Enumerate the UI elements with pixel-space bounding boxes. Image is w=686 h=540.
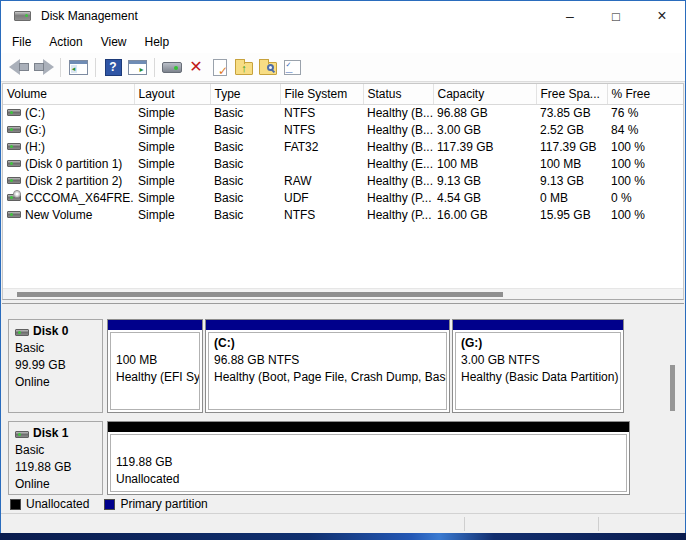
disk-1-label[interactable]: Disk 1 Basic 119.88 GB Online bbox=[8, 421, 103, 495]
disk-status: Online bbox=[15, 374, 96, 391]
cell-type: Basic bbox=[210, 189, 280, 206]
maximize-button[interactable]: □ bbox=[593, 1, 639, 31]
show-console-tree-icon[interactable]: ◂ bbox=[66, 56, 90, 78]
cell-type: Basic bbox=[210, 155, 280, 172]
drive-icon bbox=[7, 107, 21, 118]
partition-color-band bbox=[108, 422, 629, 432]
column-header-pctfree[interactable]: % Free bbox=[607, 84, 683, 104]
column-header-status[interactable]: Status bbox=[363, 84, 433, 104]
volume-name: CCCOMA_X64FRE... bbox=[25, 191, 134, 205]
status-bar-separator bbox=[598, 517, 599, 531]
unallocated-swatch bbox=[10, 499, 21, 510]
cell-freespace: 2.52 GB bbox=[536, 121, 607, 138]
folder-search-icon[interactable] bbox=[256, 56, 280, 78]
cell-status: Healthy (P... bbox=[363, 206, 433, 223]
disk-size: 99.99 GB bbox=[15, 357, 96, 374]
table-row[interactable]: (Disk 0 partition 1) Simple Basic Health… bbox=[3, 155, 683, 172]
cell-pctfree: 76 % bbox=[607, 104, 683, 121]
partition-letter bbox=[116, 335, 194, 352]
cell-layout: Simple bbox=[134, 189, 210, 206]
toolbar-separator bbox=[95, 58, 96, 77]
table-row[interactable]: (G:) Simple Basic NTFS Healthy (B... 3.0… bbox=[3, 121, 683, 138]
cell-filesystem: NTFS bbox=[280, 206, 363, 223]
table-row[interactable]: (H:) Simple Basic FAT32 Healthy (B... 11… bbox=[3, 138, 683, 155]
cell-filesystem: NTFS bbox=[280, 121, 363, 138]
view-options-icon[interactable]: ✓ — ✓ — bbox=[280, 56, 304, 78]
horizontal-scrollbar[interactable] bbox=[3, 288, 683, 299]
table-row[interactable]: CCCOMA_X64FRE... Simple Basic UDF Health… bbox=[3, 189, 683, 206]
cell-status: Healthy (P... bbox=[363, 189, 433, 206]
cell-layout: Simple bbox=[134, 155, 210, 172]
column-header-volume[interactable]: Volume bbox=[3, 84, 134, 104]
volume-name: New Volume bbox=[25, 208, 92, 222]
delete-volume-icon[interactable]: ✕ bbox=[184, 56, 208, 78]
partition-g[interactable]: (G:) 3.00 GB NTFS Healthy (Basic Data Pa… bbox=[452, 319, 624, 413]
cell-freespace: 9.13 GB bbox=[536, 172, 607, 189]
cell-layout: Simple bbox=[134, 206, 210, 223]
volume-name: (C:) bbox=[25, 106, 45, 120]
column-header-layout[interactable]: Layout bbox=[134, 84, 210, 104]
partition-status: Healthy (Basic Data Partition) bbox=[461, 369, 615, 386]
legend-item-unallocated: Unallocated bbox=[10, 497, 89, 511]
column-header-capacity[interactable]: Capacity bbox=[433, 84, 536, 104]
menu-file[interactable]: File bbox=[3, 33, 40, 51]
help-icon[interactable]: ? bbox=[101, 56, 125, 78]
cell-freespace: 73.85 GB bbox=[536, 104, 607, 121]
cell-capacity: 16.00 GB bbox=[433, 206, 536, 223]
device-viewer-icon[interactable] bbox=[160, 56, 184, 78]
primary-partition-swatch bbox=[104, 499, 115, 510]
cell-capacity: 4.54 GB bbox=[433, 189, 536, 206]
disk-name: Disk 1 bbox=[33, 425, 68, 442]
column-header-type[interactable]: Type bbox=[210, 84, 280, 104]
folder-up-icon[interactable]: ↑ bbox=[232, 56, 256, 78]
vertical-scrollbar[interactable] bbox=[666, 304, 678, 497]
disk-type: Basic bbox=[15, 442, 96, 459]
minimize-button[interactable]: – bbox=[547, 1, 593, 31]
partition-size: 3.00 GB NTFS bbox=[461, 352, 615, 369]
menu-view[interactable]: View bbox=[92, 33, 136, 51]
cell-type: Basic bbox=[210, 121, 280, 138]
cell-filesystem: FAT32 bbox=[280, 138, 363, 155]
volume-table: Volume Layout Type File System Status Ca… bbox=[3, 84, 684, 223]
partition-unallocated[interactable]: 119.88 GB Unallocated bbox=[107, 421, 630, 495]
cell-layout: Simple bbox=[134, 121, 210, 138]
cell-type: Basic bbox=[210, 206, 280, 223]
disk-type: Basic bbox=[15, 340, 96, 357]
disk-icon bbox=[15, 429, 29, 440]
cell-filesystem bbox=[280, 155, 363, 172]
partition-color-band bbox=[453, 320, 623, 330]
menu-help[interactable]: Help bbox=[136, 33, 179, 51]
cell-filesystem: UDF bbox=[280, 189, 363, 206]
drive-icon bbox=[7, 209, 21, 220]
cell-pctfree: 100 % bbox=[607, 172, 683, 189]
cell-type: Basic bbox=[210, 172, 280, 189]
status-bar-separator bbox=[464, 517, 465, 531]
show-action-pane-icon[interactable]: ▸ bbox=[125, 56, 149, 78]
cell-freespace: 117.39 GB bbox=[536, 138, 607, 155]
disk-1-row: Disk 1 Basic 119.88 GB Online 119.88 GB … bbox=[8, 421, 630, 495]
table-row[interactable]: (Disk 2 partition 2) Simple Basic RAW He… bbox=[3, 172, 683, 189]
table-row[interactable]: New Volume Simple Basic NTFS Healthy (P.… bbox=[3, 206, 683, 223]
cell-capacity: 9.13 GB bbox=[433, 172, 536, 189]
table-row[interactable]: (C:) Simple Basic NTFS Healthy (B... 96.… bbox=[3, 104, 683, 121]
cell-layout: Simple bbox=[134, 138, 210, 155]
drive-icon bbox=[7, 141, 21, 152]
cell-status: Healthy (B... bbox=[363, 138, 433, 155]
menu-action[interactable]: Action bbox=[40, 33, 91, 51]
close-button[interactable]: × bbox=[639, 1, 685, 31]
forward-icon[interactable] bbox=[31, 56, 55, 78]
mark-partition-icon[interactable]: ✓ bbox=[208, 56, 232, 78]
horizontal-scrollbar-thumb[interactable] bbox=[17, 292, 503, 297]
disk-size: 119.88 GB bbox=[15, 459, 96, 476]
drive-icon bbox=[7, 175, 21, 186]
partition-c[interactable]: (C:) 96.88 GB NTFS Healthy (Boot, Page F… bbox=[205, 319, 450, 413]
desktop-background bbox=[0, 533, 686, 540]
cd-drive-icon bbox=[7, 192, 21, 203]
cell-capacity: 100 MB bbox=[433, 155, 536, 172]
partition-efi[interactable]: 100 MB Healthy (EFI Sys bbox=[107, 319, 203, 413]
column-header-filesystem[interactable]: File System bbox=[280, 84, 363, 104]
column-header-freespace[interactable]: Free Spa... bbox=[536, 84, 607, 104]
vertical-scrollbar-thumb[interactable] bbox=[670, 365, 675, 411]
back-icon[interactable] bbox=[7, 56, 31, 78]
disk-0-label[interactable]: Disk 0 Basic 99.99 GB Online bbox=[8, 319, 103, 413]
